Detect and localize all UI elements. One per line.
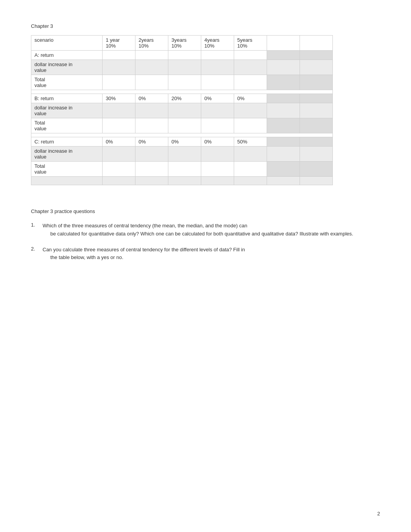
cell-a-tot-e1: [267, 75, 300, 90]
practice-item-1: 1. Which of the three measures of centra…: [31, 222, 380, 238]
practice-num-2: 2.: [31, 246, 43, 252]
cell-a-inc-e2: [300, 60, 332, 75]
cell-final-e2: [300, 177, 332, 185]
cell-b-tot-3: [168, 118, 201, 133]
cell-b-extra2: [300, 94, 332, 103]
cell-a-extra1: [267, 51, 300, 60]
cell-a-inc-3: [168, 60, 201, 75]
cell-final-5: [234, 177, 267, 185]
cell-c-inc-e2: [300, 147, 332, 162]
cell-b-inc-4: [201, 103, 234, 118]
cell-a-tot-5: [234, 75, 267, 90]
table-header-row: scenario 1 year10% 2years10% 3years10% 4…: [31, 36, 333, 51]
cell-final-3: [168, 177, 201, 185]
cell-b-inc-1: [103, 103, 135, 118]
cell-final-1: [103, 177, 135, 185]
table-spacer-row-2: [31, 133, 333, 137]
cell-a-tot-4: [201, 75, 234, 90]
scenario-table: scenario 1 year10% 2years10% 3years10% 4…: [31, 35, 333, 185]
cell-c-2years: 0%: [135, 137, 168, 147]
header-scenario: scenario: [31, 36, 103, 51]
cell-b-label2: dollar increase invalue: [31, 103, 103, 118]
cell-c-extra2: [300, 137, 332, 147]
cell-a-tot-2: [135, 75, 168, 90]
cell-a-2years: [135, 51, 168, 60]
cell-a-3years: [168, 51, 201, 60]
chapter-title: Chapter 3: [31, 23, 380, 29]
spacer: [31, 90, 333, 94]
cell-a-label2: dollar increase invalue: [31, 60, 103, 75]
cell-a-inc-1: [103, 60, 135, 75]
cell-c-inc-5: [234, 147, 267, 162]
cell-b-tot-4: [201, 118, 234, 133]
cell-a-extra2: [300, 51, 332, 60]
cell-a-5years: [234, 51, 267, 60]
cell-c-tot-1: [103, 162, 135, 177]
table-row: dollar increase invalue: [31, 60, 333, 75]
table-row: B: return 30% 0% 20% 0% 0%: [31, 94, 333, 103]
cell-b-1year: 30%: [103, 94, 135, 103]
cell-b-3years: 20%: [168, 94, 201, 103]
cell-a-label3: Totalvalue: [31, 75, 103, 90]
table-row: Totalvalue: [31, 162, 333, 177]
cell-b-inc-e2: [300, 103, 332, 118]
cell-a-1year: [103, 51, 135, 60]
header-extra2: [300, 36, 332, 51]
table-row: Totalvalue: [31, 75, 333, 90]
cell-b-tot-1: [103, 118, 135, 133]
cell-a-tot-1: [103, 75, 135, 90]
header-5years: 5years10%: [234, 36, 267, 51]
page-number: 2: [377, 511, 380, 517]
cell-b-label1: B: return: [31, 94, 103, 103]
cell-final-2: [135, 177, 168, 185]
cell-c-tot-e1: [267, 162, 300, 177]
cell-a-inc-2: [135, 60, 168, 75]
cell-c-extra1: [267, 137, 300, 147]
cell-a-inc-4: [201, 60, 234, 75]
table-spacer-row: [31, 90, 333, 94]
cell-a-label1: A: return: [31, 51, 103, 60]
spacer2: [31, 133, 333, 137]
cell-final-e1: [267, 177, 300, 185]
cell-a-tot-e2: [300, 75, 332, 90]
cell-b-inc-2: [135, 103, 168, 118]
table-row: Totalvalue: [31, 118, 333, 133]
cell-c-tot-2: [135, 162, 168, 177]
cell-b-tot-5: [234, 118, 267, 133]
cell-c-label2: dollar increase invalue: [31, 147, 103, 162]
cell-b-inc-5: [234, 103, 267, 118]
cell-c-tot-4: [201, 162, 234, 177]
cell-c-inc-1: [103, 147, 135, 162]
cell-b-inc-e1: [267, 103, 300, 118]
cell-final-0: [31, 177, 103, 185]
header-extra1: [267, 36, 300, 51]
header-1year: 1 year10%: [103, 36, 135, 51]
practice-text-1-continuation: be calculated for quantitative data only…: [43, 230, 353, 238]
cell-b-tot-e1: [267, 118, 300, 133]
cell-b-4years: 0%: [201, 94, 234, 103]
cell-c-1year: 0%: [103, 137, 135, 147]
cell-c-inc-4: [201, 147, 234, 162]
cell-c-inc-2: [135, 147, 168, 162]
cell-b-tot-e2: [300, 118, 332, 133]
cell-c-inc-e1: [267, 147, 300, 162]
cell-b-5years: 0%: [234, 94, 267, 103]
table-row: dollar increase invalue: [31, 103, 333, 118]
header-3years: 3years10%: [168, 36, 201, 51]
cell-c-4years: 0%: [201, 137, 234, 147]
cell-b-2years: 0%: [135, 94, 168, 103]
table-row: dollar increase invalue: [31, 147, 333, 162]
cell-c-5years: 50%: [234, 137, 267, 147]
cell-c-label3: Totalvalue: [31, 162, 103, 177]
practice-title: Chapter 3 practice questions: [31, 208, 380, 214]
header-2years: 2years10%: [135, 36, 168, 51]
cell-final-4: [201, 177, 234, 185]
page: Chapter 3 scenario 1 year10% 2years10% 3…: [0, 0, 411, 293]
table-row: C: return 0% 0% 0% 0% 50%: [31, 137, 333, 147]
cell-b-inc-3: [168, 103, 201, 118]
table-row: A: return: [31, 51, 333, 60]
cell-a-4years: [201, 51, 234, 60]
cell-c-tot-e2: [300, 162, 332, 177]
practice-section: Chapter 3 practice questions 1. Which of…: [31, 208, 380, 262]
header-4years: 4years10%: [201, 36, 234, 51]
